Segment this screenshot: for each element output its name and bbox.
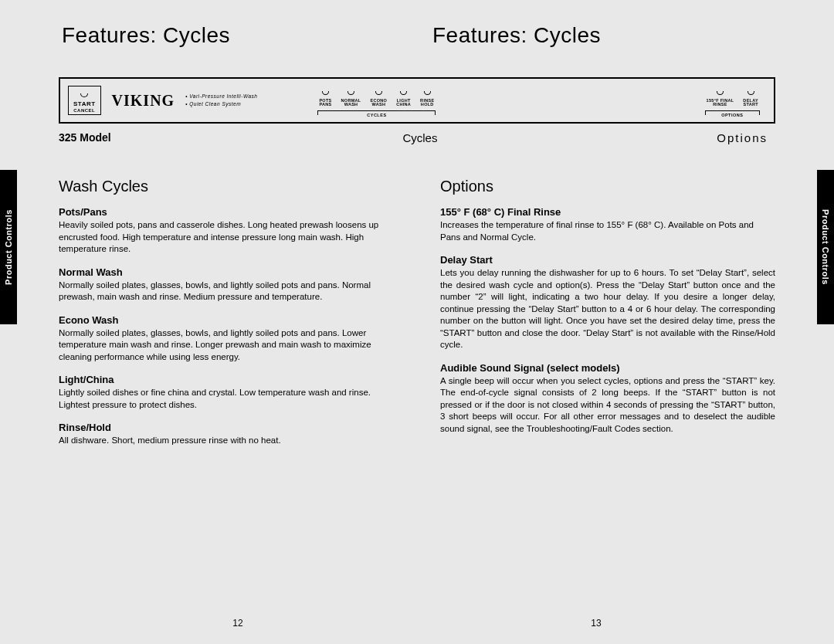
wash-cycles-heading: Wash Cycles <box>59 178 394 195</box>
cycles-label: Cycles <box>402 131 459 144</box>
item-p-rinse-hold: All dishware. Short, medium pressure rin… <box>59 435 394 447</box>
item-p-final-rinse: Increases the temperature of final rinse… <box>440 219 775 243</box>
brand-logo: VIKING <box>112 92 175 110</box>
item-h-audible-signal: Audible Sound Signal (select models) <box>440 362 775 374</box>
item-h-rinse-hold: Rinse/Hold <box>59 422 394 433</box>
page-number-left: 12 <box>59 618 417 629</box>
item-h-light-china: Light/China <box>59 374 394 385</box>
item-p-econo-wash: Normally soiled plates, glasses, bowls, … <box>59 327 394 364</box>
options-heading: Options <box>440 178 775 195</box>
cycle-btn-normal-wash: NORMALWASH <box>337 86 366 107</box>
item-p-normal-wash: Normally soiled plates, glasses, bowls, … <box>59 280 394 303</box>
options-column: Options 155° F (68° C) Final Rinse Incre… <box>440 178 775 447</box>
feature-bullets: Vari-Pressure Intelli-Wash Quiet Clean S… <box>185 93 257 109</box>
cycle-btn-rinse-hold: RINSEHOLD <box>415 86 439 107</box>
side-tab-left: Product Controls <box>0 170 17 324</box>
wash-cycles-column: Wash Cycles Pots/Pans Heavily soiled pot… <box>59 178 394 447</box>
item-h-pots-pans: Pots/Pans <box>59 206 394 218</box>
item-p-pots-pans: Heavily soiled pots, pans and casserole … <box>59 219 394 256</box>
item-h-delay-start: Delay Start <box>440 254 775 266</box>
item-h-econo-wash: Econo Wash <box>59 314 394 326</box>
cycles-button-group: POTSPANS NORMALWASH ECONOWASH LIGHTCHINA… <box>314 86 439 115</box>
cycle-btn-light-china: LIGHTCHINA <box>392 86 415 107</box>
side-tab-right: Product Controls <box>817 170 834 324</box>
options-label: Options <box>460 131 775 144</box>
start-cancel-button: START CANCEL <box>68 86 101 115</box>
page-heading-left: Features: Cycles <box>62 23 402 48</box>
item-h-normal-wash: Normal Wash <box>59 266 394 278</box>
item-p-audible-signal: A single beep will occur when you select… <box>440 375 775 436</box>
option-btn-delay-start: DELAYSTART <box>738 86 763 107</box>
item-p-light-china: Lightly soiled dishes or fine china and … <box>59 387 394 411</box>
cycle-btn-pots-pans: POTSPANS <box>314 86 336 107</box>
page-heading-right: Features: Cycles <box>432 23 772 48</box>
cycle-btn-econo-wash: ECONOWASH <box>366 86 392 107</box>
control-panel-diagram: START CANCEL VIKING Vari-Pressure Intell… <box>59 77 775 124</box>
option-btn-final-rinse: 155°F FINALRINSE <box>702 86 739 107</box>
page-number-right: 13 <box>417 618 775 629</box>
item-h-final-rinse: 155° F (68° C) Final Rinse <box>440 206 775 218</box>
item-p-delay-start: Lets you delay running the dishwasher fo… <box>440 267 775 351</box>
model-label: 325 Model <box>59 131 402 144</box>
options-button-group: 155°F FINALRINSE DELAYSTART OPTIONS <box>702 86 763 115</box>
